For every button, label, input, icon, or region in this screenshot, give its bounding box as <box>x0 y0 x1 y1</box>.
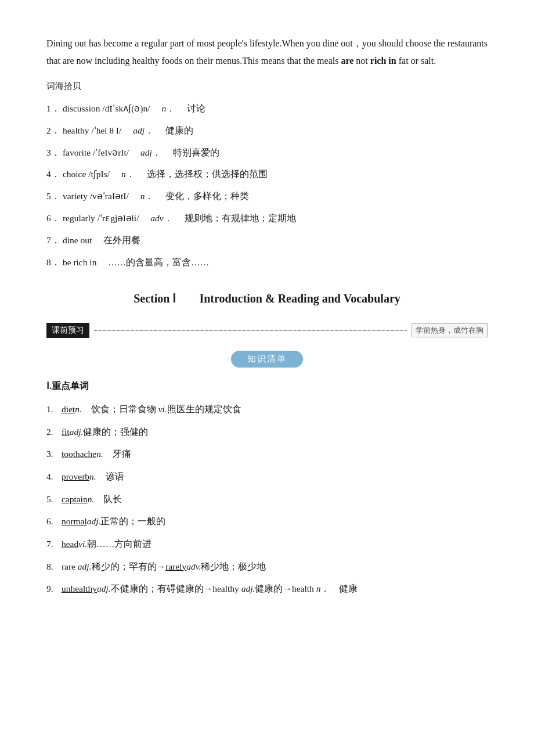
key-pos: n. <box>96 449 103 459</box>
key-pos: adj. <box>78 561 92 571</box>
item-num: 9. <box>46 581 59 597</box>
intro-text-2: not <box>353 56 370 66</box>
vocab-word: regularly <box>63 213 98 223</box>
vocab-word: be rich in <box>63 257 106 267</box>
intro-paragraph: Dining out has become a regular part of … <box>46 35 488 70</box>
key-pos-3: n． <box>316 584 330 593</box>
vocab-word: favorite <box>63 147 93 157</box>
item-num: 4. <box>46 469 59 485</box>
preview-bar-label: 课前预习 <box>46 323 89 338</box>
intro-bold-rich-in: rich in <box>370 56 396 66</box>
list-item: 7． dine out 在外用餐 <box>46 229 488 251</box>
key-pos: adj. <box>70 427 84 437</box>
vocab-num: 5． <box>46 188 60 204</box>
badge-container: 知识清单 <box>46 351 488 368</box>
key-word-2: healthy <box>212 584 241 593</box>
key-word: fit <box>62 427 70 437</box>
key-section-title: Ⅰ.重点单词 <box>46 380 488 393</box>
vocab-meaning: 健康的 <box>156 125 193 135</box>
preview-bar-right: 学前热身，成竹在胸 <box>412 323 488 337</box>
list-item: 3． favorite /ˈfeIvərIt/ adj． 特别喜爱的 <box>46 142 488 164</box>
key-meaning-2: 健康的→ <box>255 584 292 593</box>
key-meaning: 饮食；日常食物 <box>82 404 158 414</box>
key-word: toothache <box>62 449 96 459</box>
preview-bar: 课前预习 学前热身，成竹在胸 <box>46 323 488 338</box>
vocab-phonetic: /ˈfeIvərIt/ <box>93 147 138 157</box>
key-pos: n. <box>75 404 82 414</box>
vocab-word: dine out <box>63 235 101 245</box>
list-item: 8. rare adj.稀少的；罕有的→rarelyadv.稀少地；极少地 <box>46 556 488 578</box>
vocab-meaning: 特别喜爱的 <box>164 147 219 157</box>
section-title: Section Ⅰ Introduction & Reading and Voc… <box>46 291 488 307</box>
key-pos: adj. <box>87 516 101 526</box>
vocab-phonetic: /tʃpIs/ <box>88 169 119 179</box>
list-item: 3. toothachen. 牙痛 <box>46 443 488 466</box>
vocab-num: 7． <box>46 232 60 249</box>
key-pos2: vi. <box>158 404 167 414</box>
list-item: 5. captainn. 队长 <box>46 488 488 511</box>
preview-bar-line <box>94 330 407 331</box>
item-num: 1. <box>46 401 59 418</box>
vocab-pos: n． <box>140 191 154 201</box>
key-word: proverb <box>62 471 89 481</box>
key-meaning: 牙痛 <box>103 449 131 459</box>
key-word: normal <box>62 516 87 526</box>
vocab-phonetic: /vəˈraIətI/ <box>90 191 138 201</box>
knowledge-badge: 知识清单 <box>231 351 303 368</box>
key-word-3: health <box>292 584 316 593</box>
key-section-label: .重点单词 <box>49 381 89 391</box>
vocab-pos: adv． <box>150 213 172 223</box>
key-word-2: rarely <box>165 561 186 571</box>
vocab-num: 4． <box>46 166 60 182</box>
vocab-phonetic: /ˈrɛgjələli/ <box>98 213 149 223</box>
key-pos: adj. <box>97 584 111 593</box>
key-meaning2: 照医生的规定饮食 <box>167 404 241 414</box>
item-num: 2. <box>46 424 59 441</box>
key-words-list: 1. dietn. 饮食；日常食物 vi.照医生的规定饮食 2. fitadj.… <box>46 398 488 600</box>
key-pos-2: adj. <box>241 584 255 593</box>
vocab-num: 6． <box>46 210 60 226</box>
vocab-meaning: 在外用餐 <box>103 235 140 245</box>
list-item: 5． variety /vəˈraIətI/ n． 变化，多样化；种类 <box>46 185 488 207</box>
vocab-phonetic: /ˈhel θ I/ <box>91 125 131 135</box>
vocab-meaning: 变化，多样化；种类 <box>156 191 249 201</box>
vocab-meaning: ……的含量高，富含…… <box>108 257 209 267</box>
item-num: 7. <box>46 536 59 553</box>
key-meaning-1: 不健康的；有碍健康的→ <box>111 584 213 593</box>
vocab-pos: n． <box>161 103 175 113</box>
list-item: 7. headvi.朝……方向前进 <box>46 533 488 556</box>
cihai-label: 词海拾贝 <box>46 81 488 92</box>
key-meaning: 谚语 <box>96 471 124 481</box>
vocab-word: choice <box>63 169 88 179</box>
key-word: diet <box>62 404 75 414</box>
key-pos: vi. <box>78 539 87 549</box>
intro-bold-are: are <box>341 56 353 66</box>
vocab-list: 1． discussion /dɪˈskʌʃ(ə)n/ n． 讨论 2． hea… <box>46 98 488 273</box>
list-item: 6. normaladj.正常的；一般的 <box>46 510 488 533</box>
list-item: 4． choice /tʃpIs/ n． 选择，选择权；供选择的范围 <box>46 163 488 185</box>
vocab-meaning: 规则地；有规律地；定期地 <box>175 213 296 223</box>
key-meaning: 队长 <box>94 494 122 504</box>
key-meaning-2: 稀少地；极少地 <box>201 561 266 571</box>
key-pos-2: adv. <box>186 561 201 571</box>
list-item: 6． regularly /ˈrɛgjələli/ adv． 规则地；有规律地；… <box>46 207 488 229</box>
vocab-word: variety <box>63 191 90 201</box>
list-item: 4. proverbn. 谚语 <box>46 466 488 488</box>
intro-text-3: fat or salt. <box>396 56 436 66</box>
key-meaning-1: 稀少的；罕有的→ <box>92 561 166 571</box>
vocab-meaning: 选择，选择权；供选择的范围 <box>138 169 268 179</box>
vocab-pos: adj． <box>133 125 154 135</box>
vocab-phonetic: /dɪˈskʌʃ(ə)n/ <box>102 103 159 113</box>
item-num: 5. <box>46 491 59 508</box>
list-item: 9. unhealthyadj.不健康的；有碍健康的→healthy adj.健… <box>46 578 488 600</box>
vocab-pos: n． <box>121 169 135 179</box>
key-word: unhealthy <box>62 584 97 593</box>
main-content: Dining out has become a regular part of … <box>46 35 488 600</box>
key-word: captain <box>62 494 88 504</box>
key-meaning-3: 健康 <box>330 584 358 593</box>
key-meaning: 朝……方向前进 <box>87 539 151 549</box>
vocab-meaning: 讨论 <box>178 103 205 113</box>
list-item: 1. dietn. 饮食；日常食物 vi.照医生的规定饮食 <box>46 398 488 421</box>
vocab-pos: adj． <box>140 147 161 157</box>
vocab-word: discussion <box>63 103 102 113</box>
